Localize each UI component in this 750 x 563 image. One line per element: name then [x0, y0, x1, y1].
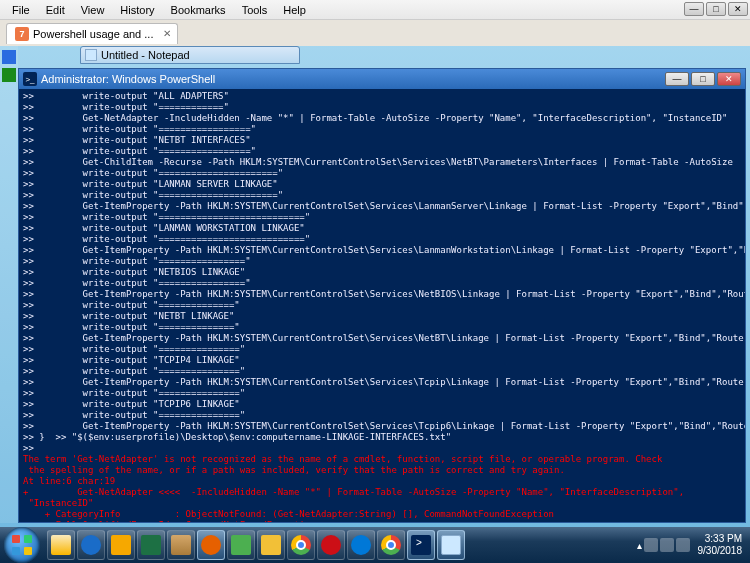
system-tray: ▴ 3:33 PM 9/30/2018 — [637, 533, 747, 557]
browser-tabstrip: 7 Powershell usage and ... ✕ — [0, 20, 750, 46]
clock-date: 9/30/2018 — [698, 545, 743, 557]
tab-favicon: 7 — [15, 27, 29, 41]
minimize-button[interactable]: — — [684, 2, 704, 16]
chrome-icon — [291, 535, 311, 555]
notepad-title: Untitled - Notepad — [101, 49, 190, 61]
chrome-icon — [381, 535, 401, 555]
powershell-title: Administrator: Windows PowerShell — [41, 73, 215, 85]
task-chrome-2[interactable] — [377, 530, 405, 560]
menu-history[interactable]: History — [112, 2, 162, 18]
menu-tools[interactable]: Tools — [234, 2, 276, 18]
libraries-icon — [171, 535, 191, 555]
taskbar-clock[interactable]: 3:33 PM 9/30/2018 — [698, 533, 743, 557]
menu-bar: File Edit View History Bookmarks Tools H… — [0, 0, 750, 20]
player-icon — [261, 535, 281, 555]
powershell-window: >_ Administrator: Windows PowerShell — □… — [18, 68, 746, 523]
tray-volume-icon[interactable] — [676, 538, 690, 552]
bookmark-icon[interactable] — [2, 50, 16, 64]
windows-logo-icon — [12, 535, 32, 555]
task-chrome[interactable] — [287, 530, 315, 560]
task-explorer[interactable] — [47, 530, 75, 560]
explorer-icon — [51, 535, 71, 555]
task-libraries[interactable] — [167, 530, 195, 560]
ps-close-button[interactable]: ✕ — [717, 72, 741, 86]
powershell-icon: >_ — [23, 72, 37, 86]
opera-icon — [321, 535, 341, 555]
notepad-icon — [441, 535, 461, 555]
task-media-player[interactable] — [107, 530, 135, 560]
menu-help[interactable]: Help — [275, 2, 314, 18]
maximize-button[interactable]: □ — [706, 2, 726, 16]
start-button[interactable] — [4, 527, 40, 563]
ie-icon — [81, 535, 101, 555]
ps-maximize-button[interactable]: □ — [691, 72, 715, 86]
menu-view[interactable]: View — [73, 2, 113, 18]
plus-icon — [231, 535, 251, 555]
task-powershell[interactable] — [407, 530, 435, 560]
tab-label: Powershell usage and ... — [33, 28, 153, 40]
taskbar: ▴ 3:33 PM 9/30/2018 — [0, 527, 750, 563]
excel-icon — [141, 535, 161, 555]
task-firefox[interactable] — [197, 530, 225, 560]
powershell-titlebar[interactable]: >_ Administrator: Windows PowerShell — □… — [19, 69, 745, 89]
browser-tab[interactable]: 7 Powershell usage and ... ✕ — [6, 23, 178, 44]
edge-icon — [351, 535, 371, 555]
firefox-icon — [201, 535, 221, 555]
tray-expand-icon[interactable]: ▴ — [637, 540, 642, 551]
powershell-icon — [411, 535, 431, 555]
bookmark-icon[interactable] — [2, 68, 16, 82]
task-app-yellow[interactable] — [257, 530, 285, 560]
notepad-icon — [85, 49, 97, 61]
powershell-console[interactable]: >> write-output "ALL ADAPTERS" >> write-… — [19, 89, 745, 522]
bookmark-sidebar — [0, 46, 18, 523]
notepad-window[interactable]: Untitled - Notepad — [80, 46, 300, 64]
task-ie[interactable] — [77, 530, 105, 560]
menu-file[interactable]: File — [4, 2, 38, 18]
task-excel[interactable] — [137, 530, 165, 560]
task-opera[interactable] — [317, 530, 345, 560]
tab-close-button[interactable]: ✕ — [163, 28, 171, 39]
task-notepad[interactable] — [437, 530, 465, 560]
task-edge[interactable] — [347, 530, 375, 560]
menu-bookmarks[interactable]: Bookmarks — [163, 2, 234, 18]
menu-edit[interactable]: Edit — [38, 2, 73, 18]
close-button[interactable]: ✕ — [728, 2, 748, 16]
media-player-icon — [111, 535, 131, 555]
window-controls: — □ ✕ — [684, 2, 748, 16]
ps-minimize-button[interactable]: — — [665, 72, 689, 86]
task-app-green[interactable] — [227, 530, 255, 560]
clock-time: 3:33 PM — [698, 533, 743, 545]
tray-flag-icon[interactable] — [644, 538, 658, 552]
tray-network-icon[interactable] — [660, 538, 674, 552]
